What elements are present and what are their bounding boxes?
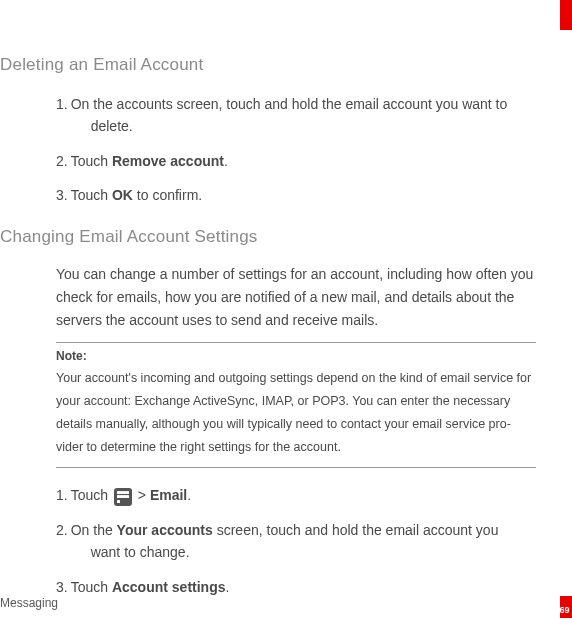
page-content: Deleting an Email Account 1. On the acco…	[0, 0, 572, 598]
text: .	[226, 579, 230, 595]
text: Touch	[71, 487, 112, 503]
apps-grid-icon	[114, 488, 132, 506]
text: Touch	[71, 187, 112, 203]
list-number: 3.	[56, 576, 68, 598]
list-text: Touch OK to confirm.	[71, 184, 536, 206]
bold-text: Your accounts	[117, 522, 213, 538]
s1-item-2: 2. Touch Remove account.	[56, 150, 536, 172]
footer-section-label: Messaging	[0, 596, 58, 610]
page-number: 69	[559, 605, 569, 615]
bold-text: Email	[150, 487, 187, 503]
bold-text: OK	[112, 187, 133, 203]
text: .	[224, 153, 228, 169]
text: On the	[71, 522, 117, 538]
list-number: 2.	[56, 519, 68, 564]
note-text: Your account's incoming and outgoing set…	[56, 367, 536, 460]
accent-bar-top	[560, 0, 572, 30]
bold-text: Remove account	[112, 153, 224, 169]
text: screen, touch and hold the email account…	[213, 522, 499, 538]
heading-changing: Changing Email Account Settings	[0, 227, 544, 247]
list-number: 1.	[56, 93, 68, 138]
text-cont: delete.	[71, 115, 536, 137]
note-box: Note: Your account's incoming and outgoi…	[56, 342, 536, 469]
text: >	[134, 487, 150, 503]
note-label: Note:	[56, 349, 536, 363]
text: Touch	[71, 153, 112, 169]
text: to confirm.	[133, 187, 202, 203]
text-cont: want to change.	[71, 541, 536, 563]
list-number: 2.	[56, 150, 68, 172]
intro-paragraph: You can change a number of settings for …	[56, 263, 536, 332]
s2-item-2: 2. On the Your accounts screen, touch an…	[56, 519, 536, 564]
list-text: Touch Remove account.	[71, 150, 536, 172]
s2-item-3: 3. Touch Account settings.	[56, 576, 536, 598]
s1-item-3: 3. Touch OK to confirm.	[56, 184, 536, 206]
text: Touch	[71, 579, 112, 595]
list-text: On the Your accounts screen, touch and h…	[71, 519, 536, 564]
list-text: On the accounts screen, touch and hold t…	[71, 93, 536, 138]
list-number: 1.	[56, 484, 68, 506]
text: .	[187, 487, 191, 503]
s1-item-1: 1. On the accounts screen, touch and hol…	[56, 93, 536, 138]
bold-text: Account settings	[112, 579, 226, 595]
heading-deleting: Deleting an Email Account	[0, 55, 544, 75]
list-text: Touch > Email.	[71, 484, 536, 506]
text: On the accounts screen, touch and hold t…	[71, 96, 508, 112]
list-text: Touch Account settings.	[71, 576, 536, 598]
list-number: 3.	[56, 184, 68, 206]
s2-item-1: 1. Touch > Email.	[56, 484, 536, 506]
